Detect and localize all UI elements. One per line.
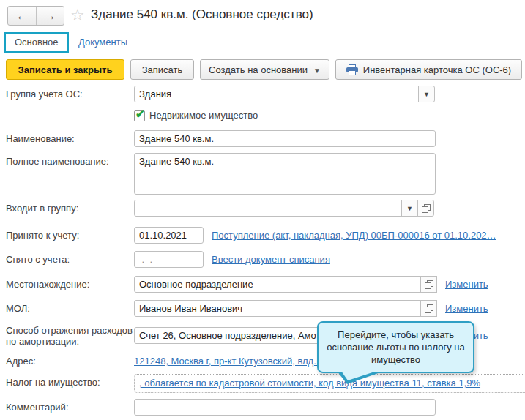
location-label: Местонахождение: <box>6 276 134 290</box>
parent-group-open-button[interactable] <box>417 200 434 217</box>
parent-group-input[interactable] <box>134 200 402 217</box>
row-mol: МОЛ: Изменить <box>6 300 488 317</box>
save-and-close-button[interactable]: Записать и закрыть <box>6 59 124 80</box>
row-address: Адрес: 121248, Москва г, пр-кт Кутузовск… <box>6 353 324 367</box>
name-input[interactable] <box>134 130 436 147</box>
accepted-label: Принято к учету: <box>6 227 134 241</box>
receipt-document-link[interactable]: Поступление (акт, накладная, УПД) 00БП-0… <box>212 227 496 241</box>
accepted-date-input[interactable] <box>134 227 204 244</box>
property-tax-link[interactable]: , облагается по кадастровой стоимости, к… <box>139 378 480 389</box>
writeoff-document-link[interactable]: Ввести документ списания <box>212 251 330 265</box>
row-accepted: Принято к учету: Поступление (акт, накла… <box>6 227 496 244</box>
printer-icon <box>346 64 358 75</box>
comment-input[interactable] <box>134 399 436 416</box>
tab-main[interactable]: Основное <box>4 32 69 53</box>
row-location: Местонахождение: Изменить <box>6 276 488 293</box>
property-tax-hint-callout[interactable]: Перейдите, чтобы указать основание льгот… <box>317 321 474 373</box>
row-property-tax: Налог на имущество: , облагается по када… <box>6 374 525 393</box>
tab-documents[interactable]: Документы <box>78 37 127 48</box>
comment-label: Комментарий: <box>6 399 134 413</box>
hint-text: Перейдите, чтобы указать основание льгот… <box>326 329 466 366</box>
parent-group-label: Входит в группу: <box>6 200 134 214</box>
row-name: Наименование: <box>6 130 436 147</box>
os-group-label: Группа учета ОС: <box>6 86 134 100</box>
row-os-group: Группа учета ОС: ▼ <box>6 86 435 102</box>
depreciation-label: Способ отражения расходов по амортизации… <box>6 324 134 347</box>
location-change-link[interactable]: Изменить <box>445 276 488 290</box>
retired-date-input[interactable] <box>134 251 204 268</box>
os-group-dropdown-button[interactable]: ▼ <box>418 86 435 102</box>
location-open-button[interactable] <box>420 276 437 293</box>
full-name-label: Полное наименование: <box>6 153 134 167</box>
retired-label: Снято с учета: <box>6 251 134 265</box>
location-input[interactable] <box>134 276 421 293</box>
inventory-card-label: Инвентарная карточка ОС (ОС-6) <box>363 64 511 75</box>
full-name-textarea[interactable]: Здание 540 кв.м. <box>134 153 436 195</box>
row-retired: Снято с учета: Ввести документ списания <box>6 251 330 268</box>
chevron-down-icon: ▼ <box>313 65 321 75</box>
mol-label: МОЛ: <box>6 300 134 314</box>
inventory-card-button[interactable]: Инвентарная карточка ОС (ОС-6) <box>335 59 522 80</box>
history-nav: ← → <box>7 6 64 26</box>
mol-input[interactable] <box>134 300 421 317</box>
row-full-name: Полное наименование: Здание 540 кв.м. <box>6 153 436 195</box>
property-tax-label: Налог на имущество: <box>6 374 134 388</box>
save-button[interactable]: Записать <box>130 59 194 80</box>
check-icon: ✔ <box>135 108 145 121</box>
row-comment: Комментарий: <box>6 399 436 416</box>
address-link[interactable]: 121248, Москва г, пр-кт Кутузовский, влд… <box>134 353 324 367</box>
name-label: Наименование: <box>6 130 134 144</box>
chevron-down-icon: ▼ <box>423 91 430 98</box>
back-arrow-icon[interactable]: ← <box>8 7 36 25</box>
page-title: Здание 540 кв.м. (Основное средство) <box>91 7 313 22</box>
realty-checkbox-label: Недвижимое имущество <box>149 109 258 121</box>
address-label: Адрес: <box>6 353 134 367</box>
os-group-input[interactable] <box>134 86 419 102</box>
mol-open-button[interactable] <box>420 300 437 317</box>
realty-checkbox[interactable]: ✔ <box>134 110 145 121</box>
open-icon <box>425 280 433 289</box>
parent-group-dropdown-button[interactable]: ▼ <box>401 200 418 217</box>
open-icon <box>422 204 431 213</box>
row-parent-group: Входит в группу: ▼ <box>6 200 434 217</box>
chevron-down-icon: ▼ <box>406 205 413 212</box>
row-realty: ✔ Недвижимое имущество <box>6 109 258 121</box>
forward-arrow-icon[interactable]: → <box>36 7 64 25</box>
property-tax-field[interactable]: , облагается по кадастровой стоимости, к… <box>134 374 525 393</box>
create-based-on-label: Создать на основании <box>209 64 308 75</box>
mol-change-link[interactable]: Изменить <box>445 300 488 314</box>
favorite-star-icon[interactable]: ☆ <box>70 6 85 25</box>
create-based-on-button[interactable]: Создать на основании ▼ <box>200 59 329 80</box>
open-icon <box>425 304 433 313</box>
